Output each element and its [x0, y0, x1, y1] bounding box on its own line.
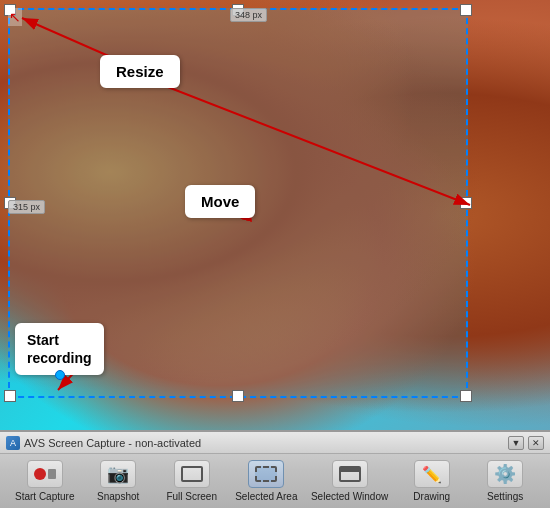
start-capture-label: Start Capture — [15, 491, 74, 502]
dot-indicator — [55, 370, 65, 380]
selected-area-icon — [255, 466, 277, 482]
fullscreen-icon — [181, 466, 203, 482]
snapshot-icon-container: 📷 — [100, 460, 136, 488]
selected-window-icon-container — [332, 460, 368, 488]
minimize-button[interactable]: ▼ — [508, 436, 524, 450]
taskbar: A AVS Screen Capture - non-activated ▼ ✕… — [0, 430, 550, 508]
start-recording-tooltip: Startrecording — [15, 323, 104, 375]
settings-label: Settings — [487, 491, 523, 502]
drawing-icon: ✏️ — [422, 465, 442, 484]
toolbar-buttons: Start Capture 📷 Snapshot Full Screen — [0, 454, 550, 508]
maximize-button[interactable]: ✕ — [528, 436, 544, 450]
record-icon — [34, 467, 56, 481]
snapshot-button[interactable]: 📷 Snapshot — [88, 460, 148, 502]
handle-bottom-center[interactable] — [232, 390, 244, 402]
selected-window-label: Selected Window — [311, 491, 388, 502]
camera-icon: 📷 — [107, 463, 129, 485]
selected-area-icon-container — [248, 460, 284, 488]
snapshot-label: Snapshot — [97, 491, 139, 502]
window-icon — [339, 466, 361, 482]
full-screen-button[interactable]: Full Screen — [162, 460, 222, 502]
canvas-area: 348 px 315 px ↖ ✛ Resiz — [0, 0, 550, 430]
gear-icon: ⚙️ — [494, 463, 516, 485]
handle-middle-right[interactable] — [460, 197, 472, 209]
handle-top-right[interactable] — [460, 4, 472, 16]
title-left: A AVS Screen Capture - non-activated — [6, 436, 201, 450]
resize-cursor-icon: ↖ — [8, 8, 22, 26]
settings-button[interactable]: ⚙️ Settings — [475, 460, 535, 502]
width-size-label: 348 px — [230, 8, 267, 22]
resize-tooltip: Resize — [100, 55, 180, 88]
start-capture-button[interactable]: Start Capture — [15, 460, 75, 502]
app-icon: A — [6, 436, 20, 450]
drawing-button[interactable]: ✏️ Drawing — [402, 460, 462, 502]
taskbar-title-bar: A AVS Screen Capture - non-activated ▼ ✕ — [0, 432, 550, 454]
settings-icon-container: ⚙️ — [487, 460, 523, 488]
height-size-label: 315 px — [8, 200, 45, 214]
title-controls: ▼ ✕ — [508, 436, 544, 450]
app-container: 348 px 315 px ↖ ✛ Resiz — [0, 0, 550, 430]
selected-area-label: Selected Area — [235, 491, 297, 502]
start-capture-icon — [27, 460, 63, 488]
record-dot — [34, 468, 46, 480]
selected-area-button[interactable]: Selected Area — [235, 460, 297, 502]
full-screen-icon-container — [174, 460, 210, 488]
drawing-icon-container: ✏️ — [414, 460, 450, 488]
move-tooltip: Move — [185, 185, 255, 218]
selected-window-button[interactable]: Selected Window — [311, 460, 388, 502]
handle-bottom-right[interactable] — [460, 390, 472, 402]
full-screen-label: Full Screen — [166, 491, 217, 502]
record-rect — [48, 469, 56, 479]
drawing-label: Drawing — [413, 491, 450, 502]
app-title: AVS Screen Capture - non-activated — [24, 437, 201, 449]
handle-bottom-left[interactable] — [4, 390, 16, 402]
